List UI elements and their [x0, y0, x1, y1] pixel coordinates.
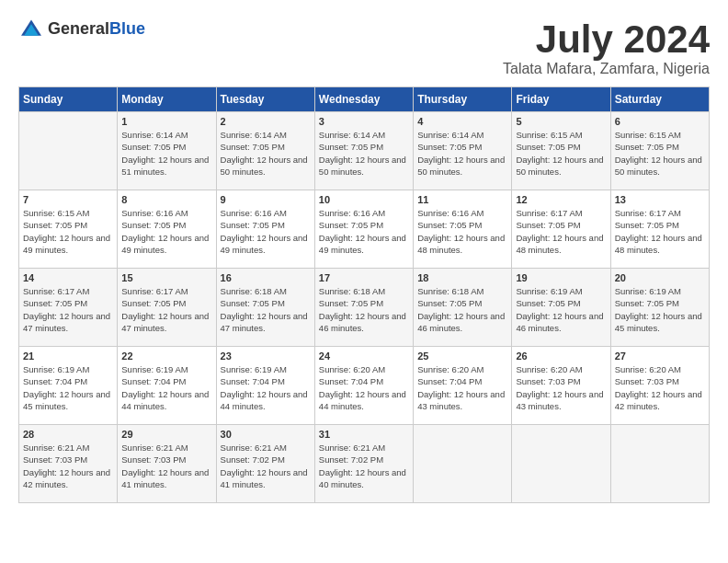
column-header-thursday: Thursday: [414, 87, 512, 112]
logo-blue: Blue: [109, 19, 145, 38]
logo-general: General: [48, 19, 109, 38]
calendar-cell: [19, 112, 118, 190]
day-number: 7: [23, 194, 113, 205]
title-month: July 2024: [503, 18, 710, 61]
calendar-cell: 5Sunrise: 6:15 AMSunset: 7:05 PMDaylight…: [512, 112, 610, 190]
day-number: 12: [516, 194, 606, 205]
calendar-cell: 16Sunrise: 6:18 AMSunset: 7:05 PMDayligh…: [216, 269, 314, 347]
day-number: 9: [221, 194, 311, 205]
calendar-cell: [414, 425, 512, 503]
day-number: 23: [221, 350, 311, 362]
day-info: Sunrise: 6:16 AMSunset: 7:05 PMDaylight:…: [121, 207, 211, 256]
day-info: Sunrise: 6:21 AMSunset: 7:03 PMDaylight:…: [121, 442, 211, 490]
calendar-cell: 18Sunrise: 6:18 AMSunset: 7:05 PMDayligh…: [414, 269, 512, 347]
day-number: 24: [319, 350, 409, 362]
day-number: 31: [319, 429, 409, 440]
calendar-cell: 15Sunrise: 6:17 AMSunset: 7:05 PMDayligh…: [118, 269, 216, 347]
calendar-cell: 8Sunrise: 6:16 AMSunset: 7:05 PMDaylight…: [118, 190, 216, 269]
calendar-cell: 25Sunrise: 6:20 AMSunset: 7:04 PMDayligh…: [414, 347, 512, 425]
calendar-cell: 26Sunrise: 6:20 AMSunset: 7:03 PMDayligh…: [512, 347, 610, 425]
page-header: GeneralBlue July 2024 Talata Mafara, Zam…: [18, 18, 710, 77]
day-number: 4: [417, 116, 507, 127]
logo-icon: [18, 18, 44, 39]
day-info: Sunrise: 6:17 AMSunset: 7:05 PMDaylight:…: [23, 285, 113, 334]
calendar-cell: 27Sunrise: 6:20 AMSunset: 7:03 PMDayligh…: [610, 347, 709, 425]
calendar-cell: 12Sunrise: 6:17 AMSunset: 7:05 PMDayligh…: [512, 190, 610, 269]
calendar-cell: [610, 425, 709, 503]
header-row: SundayMondayTuesdayWednesdayThursdayFrid…: [19, 87, 710, 112]
day-info: Sunrise: 6:15 AMSunset: 7:05 PMDaylight:…: [615, 129, 705, 178]
calendar-cell: 3Sunrise: 6:14 AMSunset: 7:05 PMDaylight…: [314, 112, 413, 190]
day-info: Sunrise: 6:18 AMSunset: 7:05 PMDaylight:…: [221, 285, 311, 334]
week-row-2: 7Sunrise: 6:15 AMSunset: 7:05 PMDaylight…: [19, 190, 710, 269]
calendar-cell: 6Sunrise: 6:15 AMSunset: 7:05 PMDaylight…: [610, 112, 709, 190]
week-row-1: 1Sunrise: 6:14 AMSunset: 7:05 PMDaylight…: [19, 112, 710, 190]
day-info: Sunrise: 6:20 AMSunset: 7:04 PMDaylight:…: [417, 363, 507, 412]
calendar-cell: 10Sunrise: 6:16 AMSunset: 7:05 PMDayligh…: [314, 190, 413, 269]
day-number: 13: [615, 194, 705, 205]
calendar-cell: 7Sunrise: 6:15 AMSunset: 7:05 PMDaylight…: [19, 190, 118, 269]
calendar-cell: 9Sunrise: 6:16 AMSunset: 7:05 PMDaylight…: [216, 190, 314, 269]
logo-text: GeneralBlue: [48, 19, 145, 39]
day-number: 26: [516, 350, 606, 362]
day-info: Sunrise: 6:17 AMSunset: 7:05 PMDaylight:…: [615, 207, 705, 256]
column-header-tuesday: Tuesday: [216, 87, 314, 112]
day-info: Sunrise: 6:14 AMSunset: 7:05 PMDaylight:…: [121, 129, 211, 178]
logo: GeneralBlue: [18, 18, 145, 39]
day-number: 6: [615, 116, 705, 127]
day-number: 28: [23, 429, 113, 440]
day-number: 19: [516, 272, 606, 283]
calendar-cell: 21Sunrise: 6:19 AMSunset: 7:04 PMDayligh…: [19, 347, 118, 425]
day-info: Sunrise: 6:14 AMSunset: 7:05 PMDaylight:…: [221, 129, 311, 178]
day-info: Sunrise: 6:19 AMSunset: 7:04 PMDaylight:…: [23, 363, 113, 412]
day-info: Sunrise: 6:16 AMSunset: 7:05 PMDaylight:…: [417, 207, 507, 256]
day-number: 8: [121, 194, 211, 205]
day-info: Sunrise: 6:17 AMSunset: 7:05 PMDaylight:…: [516, 207, 606, 256]
day-info: Sunrise: 6:20 AMSunset: 7:04 PMDaylight:…: [319, 363, 409, 412]
calendar-cell: 28Sunrise: 6:21 AMSunset: 7:03 PMDayligh…: [19, 425, 118, 503]
day-info: Sunrise: 6:20 AMSunset: 7:03 PMDaylight:…: [615, 363, 705, 412]
day-number: 17: [319, 272, 409, 283]
calendar-cell: 30Sunrise: 6:21 AMSunset: 7:02 PMDayligh…: [216, 425, 314, 503]
day-number: 5: [516, 116, 606, 127]
day-info: Sunrise: 6:14 AMSunset: 7:05 PMDaylight:…: [319, 129, 409, 178]
calendar-cell: 1Sunrise: 6:14 AMSunset: 7:05 PMDaylight…: [118, 112, 216, 190]
calendar-cell: 19Sunrise: 6:19 AMSunset: 7:05 PMDayligh…: [512, 269, 610, 347]
day-number: 21: [23, 350, 113, 362]
day-number: 14: [23, 272, 113, 283]
day-info: Sunrise: 6:18 AMSunset: 7:05 PMDaylight:…: [319, 285, 409, 334]
week-row-3: 14Sunrise: 6:17 AMSunset: 7:05 PMDayligh…: [19, 269, 710, 347]
day-info: Sunrise: 6:17 AMSunset: 7:05 PMDaylight:…: [121, 285, 211, 334]
day-info: Sunrise: 6:20 AMSunset: 7:03 PMDaylight:…: [516, 363, 606, 412]
day-info: Sunrise: 6:21 AMSunset: 7:03 PMDaylight:…: [23, 442, 113, 490]
calendar-cell: 2Sunrise: 6:14 AMSunset: 7:05 PMDaylight…: [216, 112, 314, 190]
day-number: 18: [417, 272, 507, 283]
calendar-cell: 22Sunrise: 6:19 AMSunset: 7:04 PMDayligh…: [118, 347, 216, 425]
day-info: Sunrise: 6:18 AMSunset: 7:05 PMDaylight:…: [417, 285, 507, 334]
calendar-cell: 11Sunrise: 6:16 AMSunset: 7:05 PMDayligh…: [414, 190, 512, 269]
day-number: 3: [319, 116, 409, 127]
column-header-saturday: Saturday: [610, 87, 709, 112]
column-header-sunday: Sunday: [19, 87, 118, 112]
calendar-cell: 13Sunrise: 6:17 AMSunset: 7:05 PMDayligh…: [610, 190, 709, 269]
day-info: Sunrise: 6:19 AMSunset: 7:04 PMDaylight:…: [121, 363, 211, 412]
calendar-cell: 17Sunrise: 6:18 AMSunset: 7:05 PMDayligh…: [314, 269, 413, 347]
column-header-monday: Monday: [118, 87, 216, 112]
day-info: Sunrise: 6:16 AMSunset: 7:05 PMDaylight:…: [319, 207, 409, 256]
calendar-cell: 23Sunrise: 6:19 AMSunset: 7:04 PMDayligh…: [216, 347, 314, 425]
day-number: 30: [221, 429, 311, 440]
day-number: 2: [221, 116, 311, 127]
day-info: Sunrise: 6:21 AMSunset: 7:02 PMDaylight:…: [221, 442, 311, 490]
day-number: 10: [319, 194, 409, 205]
column-header-friday: Friday: [512, 87, 610, 112]
day-number: 16: [221, 272, 311, 283]
title-location: Talata Mafara, Zamfara, Nigeria: [503, 61, 710, 77]
calendar-cell: 24Sunrise: 6:20 AMSunset: 7:04 PMDayligh…: [314, 347, 413, 425]
day-number: 27: [615, 350, 705, 362]
calendar-cell: 14Sunrise: 6:17 AMSunset: 7:05 PMDayligh…: [19, 269, 118, 347]
calendar-cell: 29Sunrise: 6:21 AMSunset: 7:03 PMDayligh…: [118, 425, 216, 503]
title-block: July 2024 Talata Mafara, Zamfara, Nigeri…: [503, 18, 710, 77]
calendar-table: SundayMondayTuesdayWednesdayThursdayFrid…: [18, 86, 710, 503]
day-number: 1: [121, 116, 211, 127]
week-row-5: 28Sunrise: 6:21 AMSunset: 7:03 PMDayligh…: [19, 425, 710, 503]
